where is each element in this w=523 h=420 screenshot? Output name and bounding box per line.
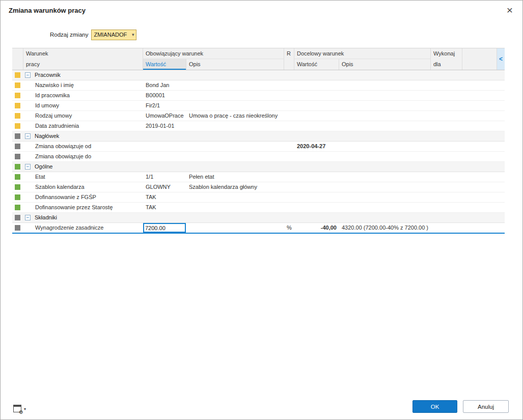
ok-button[interactable]: OK [412, 400, 457, 413]
cancel-button[interactable]: Anuluj [463, 400, 509, 413]
target-value-cell [294, 182, 339, 192]
row-label: Szablon kalendarza [23, 182, 143, 192]
current-desc-cell [186, 142, 284, 151]
target-value-cell: 2020-04-27 [294, 142, 339, 151]
page-title: Zmiana warunków pracy [9, 7, 86, 14]
current-value-cell [143, 223, 186, 233]
row-color-square [15, 82, 20, 88]
r-cell [284, 80, 294, 90]
header-target-group[interactable]: Docelowy warunek [294, 48, 431, 59]
close-icon[interactable]: × [503, 4, 516, 17]
target-value-cell [294, 111, 339, 121]
group-row[interactable]: −Ogólne [12, 162, 505, 172]
table-row[interactable]: Wynagrodzenie zasadnicze%-40,004320.00 (… [12, 223, 505, 234]
extra-cell [462, 91, 497, 100]
chevron-left-icon: < [499, 54, 503, 65]
execute-for-cell [431, 101, 462, 110]
table-row[interactable]: Zmiana obowiązuje od2020-04-27 [12, 142, 505, 152]
row-color-cell [12, 131, 23, 141]
grid-body: −PracownikNazwisko i imięBond JanId prac… [12, 70, 505, 234]
current-value-editor[interactable] [143, 223, 186, 233]
row-color-cell [12, 152, 23, 161]
grid-settings-button[interactable]: ⚙ ▾ [13, 405, 26, 412]
row-color-cell [12, 192, 23, 202]
header-execute-sub[interactable]: dla [431, 59, 462, 70]
table-row[interactable]: Etat1/1Pełen etat [12, 172, 505, 182]
target-desc-cell [339, 172, 431, 182]
r-cell [284, 192, 294, 202]
table-row[interactable]: Szablon kalendarzaGLOWNYSzablon kalendar… [12, 182, 505, 192]
collapse-minus-icon[interactable]: − [25, 164, 31, 170]
header-pracy[interactable]: pracy [23, 59, 143, 70]
row-label: Rodzaj umowy [23, 111, 143, 121]
header-warunek[interactable]: Warunek [23, 48, 143, 59]
r-cell [284, 142, 294, 151]
r-cell [284, 203, 294, 212]
target-value-cell [294, 101, 339, 110]
current-value-cell: Fir2/1 [143, 101, 186, 110]
table-row[interactable]: Dofinansowanie przez StarostęTAK [12, 203, 505, 213]
target-value-cell [294, 91, 339, 100]
row-color-square [15, 154, 20, 159]
header-current-desc[interactable]: Opis [186, 59, 284, 70]
change-type-dropdown[interactable]: ZMIANADOF ▾ [91, 30, 136, 40]
row-label: Dofinansowanie przez Starostę [23, 203, 143, 212]
collapse-minus-icon[interactable]: − [25, 133, 31, 139]
table-row[interactable]: Zmiana obowiązuje do [12, 152, 505, 162]
row-color-square [15, 103, 20, 108]
collapse-minus-icon[interactable]: − [25, 215, 31, 220]
change-type-label: Rodzaj zmiany [50, 32, 88, 38]
header-current-group[interactable]: Obowiązujący warunek [143, 48, 284, 59]
header-execute[interactable]: Wykonaj [431, 48, 462, 59]
chevron-down-icon: ▾ [24, 407, 26, 412]
group-label-cell: −Składniki [23, 213, 505, 222]
collapse-minus-icon[interactable]: − [25, 72, 31, 78]
target-desc-cell [339, 80, 431, 90]
table-row[interactable]: Id pracownikaB00001 [12, 91, 505, 101]
dialog-zmiana-warunkow-pracy: Zmiana warunków pracy × Rodzaj zmiany ZM… [0, 0, 523, 420]
row-color-square [15, 93, 20, 98]
header-current-value[interactable]: Wartość [143, 59, 186, 70]
execute-for-cell [431, 203, 462, 212]
grid-settings-icon: ⚙ [13, 405, 21, 412]
current-desc-cell [186, 101, 284, 110]
row-color-square [15, 205, 20, 210]
row-color-square [15, 164, 20, 170]
collapse-panel-button[interactable]: < [497, 48, 505, 70]
current-value-cell: 2019-01-01 [143, 121, 186, 131]
group-row[interactable]: −Nagłówek [12, 131, 505, 142]
group-name: Pracownik [35, 70, 61, 80]
table-row[interactable]: Id umowyFir2/1 [12, 101, 505, 111]
change-type-row: Rodzaj zmiany ZMIANADOF ▾ [50, 29, 136, 40]
table-row[interactable]: Rodzaj umowyUmowaOPraceUmowa o pracę - c… [12, 111, 505, 121]
extra-cell [462, 172, 497, 182]
header-target-value[interactable]: Wartość [294, 59, 339, 70]
group-label-cell: −Pracownik [23, 70, 505, 80]
current-value-cell: GLOWNY [143, 182, 186, 192]
target-value-cell [294, 121, 339, 131]
table-row[interactable]: Nazwisko i imięBond Jan [12, 80, 505, 91]
row-color-square [15, 144, 20, 149]
r-cell [284, 182, 294, 192]
scroll-cell [497, 172, 505, 182]
row-label: Wynagrodzenie zasadnicze [23, 223, 143, 233]
row-color-square [15, 184, 20, 190]
scroll-cell [497, 111, 505, 121]
row-label: Nazwisko i imię [23, 80, 143, 90]
current-desc-cell [186, 152, 284, 161]
row-color-square [15, 113, 20, 119]
extra-cell [462, 101, 497, 110]
target-desc-cell [339, 142, 431, 151]
row-label: Etat [23, 172, 143, 182]
table-row[interactable]: Dofinansowanie z FGŚPTAK [12, 192, 505, 203]
group-row[interactable]: −Składniki [12, 213, 505, 223]
target-desc-cell [339, 182, 431, 192]
group-row[interactable]: −Pracownik [12, 70, 505, 80]
target-value-cell [294, 172, 339, 182]
header-target-desc[interactable]: Opis [339, 59, 431, 70]
row-color-cell [12, 142, 23, 151]
table-row[interactable]: Data zatrudnienia2019-01-01 [12, 121, 505, 131]
extra-cell [462, 192, 497, 202]
header-r[interactable]: R [284, 48, 294, 59]
execute-for-cell [431, 172, 462, 182]
